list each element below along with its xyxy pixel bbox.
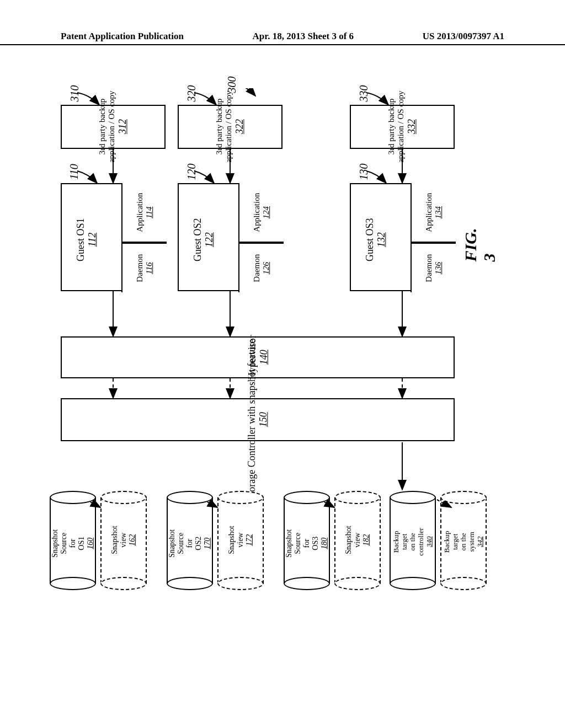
daemon-n116: 116 — [145, 262, 154, 274]
cylinder-backup-system: Backup target on the system 342 — [440, 491, 487, 590]
ref-110: 110 — [68, 164, 81, 180]
app-box-1: Application 114 — [121, 183, 167, 243]
cyl-bkp-sys-l3: on the — [460, 533, 468, 550]
daemon-n136: 136 — [434, 262, 443, 275]
cylinder-view-1: Snapshot view 162 — [100, 491, 147, 590]
cyl-src-os3-l3: for — [302, 539, 311, 548]
page-header: Patent Application Publication Apr. 18, … — [0, 31, 565, 45]
daemon-box-1: Daemon 116 — [121, 243, 167, 292]
backup-app-box-3: 3rd party backup application / OS copy 3… — [350, 105, 455, 149]
guest-os2-box: Guest OS2 122 Application 124 Daemon 126 — [178, 183, 282, 291]
cyl-src-os1-l3: for — [68, 539, 77, 548]
page: Patent Application Publication Apr. 18, … — [0, 0, 565, 728]
cylinder-src-os3: Snapshot Source for OS3 180 — [284, 491, 330, 590]
daemon-n126: 126 — [262, 262, 271, 275]
cyl-bkp-ctrl-l1: Backup — [392, 531, 401, 553]
cyl-view1-l2: view — [119, 533, 128, 548]
guest-os3-n: 132 — [376, 232, 387, 247]
backup-app-n312: 312 — [117, 120, 129, 135]
cyl-view1-n: 162 — [128, 534, 137, 546]
daemon-label-2: Daemon — [252, 254, 262, 282]
storage-controller-box: Storage Controller with snapshot feature… — [61, 398, 455, 441]
cyl-src-os1-n: 160 — [86, 538, 95, 549]
cyl-src-os2-l3: for — [185, 539, 194, 548]
cyl-bkp-ctrl-l4: controller — [417, 528, 425, 556]
header-left: Patent Application Publication — [61, 31, 184, 42]
app-n114: 114 — [145, 206, 154, 218]
cylinder-view-2: Snapshot view 172 — [217, 491, 264, 590]
diagram: 300 310 3rd party backup application / O… — [50, 88, 497, 629]
cyl-view3-l2: view — [353, 533, 362, 548]
app-label-1: Application — [135, 193, 145, 232]
cyl-src-os1-l1: Snapshot — [51, 529, 60, 558]
daemon-label-3: Daemon — [424, 254, 434, 282]
backup-app-title-2: 3rd party backup application / OS copy — [215, 80, 234, 174]
ref-310: 310 — [68, 85, 81, 102]
figure-label: FIG. 3 — [461, 228, 499, 262]
cyl-src-os2-l4: OS2 — [194, 537, 203, 550]
cylinder-backup-controller: Backup target on the controller 340 — [390, 491, 436, 590]
app-n134: 134 — [434, 206, 443, 219]
cyl-view1-l1: Snapshot — [110, 526, 119, 554]
guest-os2-n: 122 — [204, 232, 215, 247]
header-center: Apr. 18, 2013 Sheet 3 of 6 — [253, 31, 354, 42]
app-box-3: Application 134 — [411, 183, 456, 243]
ref-330: 330 — [358, 85, 370, 102]
app-label-2: Application — [252, 193, 262, 232]
header-right: US 2013/0097397 A1 — [423, 31, 504, 42]
controller-n: 150 — [258, 413, 269, 427]
cylinder-src-os2: Snapshot Source for OS2 170 — [167, 491, 213, 590]
cyl-src-os3-l1: Snapshot — [285, 529, 294, 558]
cyl-view2-l2: view — [236, 533, 245, 548]
cyl-view2-l1: Snapshot — [227, 526, 236, 554]
ref-120: 120 — [185, 164, 198, 180]
cyl-src-os1-l4: OS1 — [77, 537, 86, 550]
cyl-bkp-ctrl-n: 340 — [425, 537, 433, 548]
cyl-view2-n: 172 — [245, 534, 254, 546]
cyl-src-os2-l1: Snapshot — [168, 529, 177, 558]
ref-130: 130 — [358, 164, 370, 180]
cyl-bkp-sys-l2: target — [451, 534, 460, 550]
cyl-view3-l1: Snapshot — [344, 526, 353, 554]
guest-os2-label: Guest OS2 — [192, 218, 204, 261]
guest-os3-box: Guest OS3 132 Application 134 Daemon 136 — [350, 183, 455, 291]
cylinder-src-os1: Snapshot Source for OS1 160 — [50, 491, 96, 590]
cyl-view3-n: 182 — [362, 534, 371, 546]
backup-app-n332: 332 — [406, 120, 418, 135]
backup-app-title-3: 3rd party backup application / OS copy — [387, 80, 406, 174]
cyl-src-os3-l4: OS3 — [311, 537, 320, 550]
backup-app-title-1: 3rd party backup application / OS copy — [98, 80, 117, 174]
cyl-src-os1-l2: Source — [60, 533, 68, 554]
cyl-bkp-ctrl-l3: on the — [409, 533, 417, 550]
guest-os1-n: 112 — [87, 233, 98, 247]
cyl-src-os2-n: 170 — [203, 538, 212, 549]
cyl-bkp-ctrl-l2: target — [401, 534, 409, 550]
guest-os1-box: Guest OS1 112 Application 114 Daemon 116 — [61, 183, 166, 291]
backup-app-box-2: 3rd party backup application / OS copy 3… — [178, 105, 282, 149]
guest-os3-label: Guest OS3 — [364, 218, 376, 261]
cyl-src-os3-n: 180 — [320, 538, 329, 549]
backup-app-n322: 322 — [234, 120, 246, 135]
backup-app-box-1: 3rd party backup application / OS copy 3… — [61, 105, 166, 149]
daemon-box-3: Daemon 136 — [411, 243, 456, 292]
daemon-label-1: Daemon — [135, 254, 145, 282]
controller-label: Storage Controller with snapshot feature — [246, 339, 258, 500]
app-n124: 124 — [262, 206, 271, 219]
daemon-box-2: Daemon 126 — [238, 243, 284, 292]
cyl-bkp-sys-l4: system — [467, 532, 476, 552]
ref-320: 320 — [185, 85, 198, 102]
cyl-bkp-sys-n: 342 — [476, 537, 484, 548]
cylinder-view-3: Snapshot view 182 — [334, 491, 381, 590]
guest-os1-label: Guest OS1 — [75, 218, 87, 261]
cyl-bkp-sys-l1: Backup — [443, 531, 451, 553]
app-label-3: Application — [424, 193, 434, 232]
cyl-src-os3-l2: Source — [294, 533, 302, 554]
app-box-2: Application 124 — [238, 183, 284, 243]
cyl-src-os2-l2: Source — [177, 533, 185, 554]
